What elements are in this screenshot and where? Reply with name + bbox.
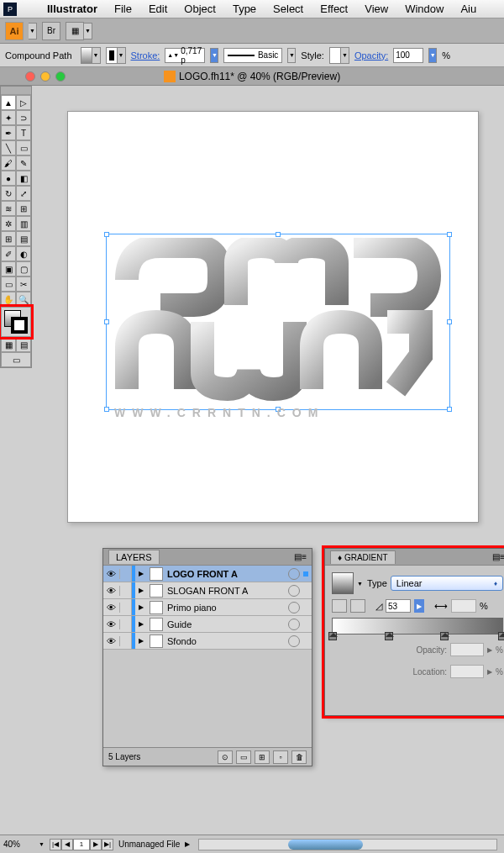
blob-brush-tool[interactable]: ● [1,171,16,186]
target-icon[interactable] [288,585,300,597]
gradient-stop[interactable] [440,632,449,640]
gradient-mode-button[interactable]: ▤ [16,337,31,352]
gradient-angle-input[interactable]: 53 [386,599,411,613]
layer-row[interactable]: 👁▶Sfondo [103,633,312,650]
zoom-tool[interactable]: 🔍 [16,292,31,307]
layers-tab[interactable]: LAYERS [108,550,160,564]
menu-window[interactable]: Window [396,3,452,15]
gradient-stroke-button[interactable] [350,599,365,613]
slice-tool[interactable]: ✂ [16,276,31,292]
target-icon[interactable] [288,619,300,630]
gradient-angle-dropdown[interactable]: ▶ [414,599,424,613]
menu-file[interactable]: File [106,3,140,15]
layer-row[interactable]: 👁▶Guide [103,616,312,633]
disclosure-triangle[interactable]: ▶ [135,637,147,645]
selection-handle[interactable] [276,232,281,237]
style-swatch[interactable]: ▼ [329,47,349,64]
opacity-link[interactable]: Opacity: [354,50,388,61]
layer-name[interactable]: Sfondo [165,636,288,646]
last-artboard-button[interactable]: ▶| [102,839,113,850]
gradient-aspect-input[interactable] [451,599,476,613]
gradient-preview-dropdown[interactable]: ▼ [357,581,364,587]
target-icon[interactable] [288,568,300,580]
stroke-swatch-button[interactable]: ▼ [106,47,126,64]
disclosure-triangle[interactable]: ▶ [135,603,147,611]
stroke-link[interactable]: Stroke: [131,50,160,61]
layer-name[interactable]: Primo piano [165,603,288,613]
live-paint-tool[interactable]: ▣ [1,261,16,276]
gradient-stop-opacity-input[interactable] [450,643,484,656]
paintbrush-tool[interactable]: 🖌 [1,155,16,171]
make-clipping-mask-button[interactable]: ▭ [236,750,251,764]
logo-artwork[interactable] [110,238,446,406]
layer-row[interactable]: 👁▶SLOGAN FRONT A [103,582,312,599]
selection-handle[interactable] [447,319,452,324]
visibility-toggle[interactable]: 👁 [103,603,120,613]
close-window-button[interactable] [25,71,35,82]
visibility-toggle[interactable]: 👁 [103,569,120,579]
menu-effect[interactable]: Effect [312,3,356,15]
gradient-tool[interactable]: ▤ [16,231,31,246]
artboard-number[interactable]: 1 [73,839,90,850]
location-dropdown-arrow[interactable]: ▶ [487,668,492,676]
gradient-preview-swatch[interactable] [332,572,354,594]
gradient-stop[interactable] [385,632,393,640]
line-tool[interactable]: ╲ [1,140,16,155]
selection-handle[interactable] [104,407,109,412]
target-icon[interactable] [288,635,300,647]
new-layer-button[interactable]: ▫ [273,750,288,764]
selection-bounding-box[interactable] [106,234,450,410]
lock-toggle[interactable] [120,616,132,632]
layer-name[interactable]: SLOGAN FRONT A [165,586,288,596]
brush-dropdown[interactable]: ▼ [287,48,296,63]
opacity-dropdown-arrow[interactable]: ▶ [487,646,492,654]
selection-handle[interactable] [447,407,452,412]
artboard[interactable]: WWW.CRRNTN.COM [67,111,479,523]
artboard-tool[interactable]: ▭ [1,276,16,292]
target-icon[interactable] [288,602,300,613]
type-tool[interactable]: T [16,125,31,140]
menu-select[interactable]: Select [265,3,312,15]
scrollbar-thumb[interactable] [288,840,362,850]
eyedropper-tool[interactable]: ✐ [1,246,16,261]
fill-swatch-button[interactable]: ▼ [81,47,101,64]
rectangle-tool[interactable]: ▭ [16,140,31,155]
minimize-window-button[interactable] [40,71,50,82]
lock-toggle[interactable] [120,566,132,582]
visibility-toggle[interactable]: 👁 [103,586,120,596]
bridge-button[interactable]: Br [42,22,60,40]
opacity-input[interactable]: 100 [393,48,423,63]
selection-tool[interactable]: ▲ [1,95,16,110]
stroke-weight-input[interactable]: ▲▼0,717 p [165,48,205,63]
pencil-tool[interactable]: ✎ [16,155,31,171]
panel-menu-icon[interactable]: ▤≡ [492,552,504,561]
layer-row[interactable]: 👁▶Primo piano [103,599,312,616]
pen-tool[interactable]: ✒ [1,125,16,140]
scale-tool[interactable]: ⤢ [16,186,31,201]
color-mode-button[interactable]: ▦ [1,337,16,352]
visibility-toggle[interactable]: 👁 [103,636,120,646]
hand-tool[interactable]: ✋ [1,292,16,307]
symbol-sprayer-tool[interactable]: ✲ [1,216,16,231]
blend-tool[interactable]: ◐ [16,246,31,261]
prev-artboard-button[interactable]: ◀ [61,839,73,850]
menu-view[interactable]: View [356,3,396,15]
gradient-type-select[interactable]: Linear♦ [391,576,503,591]
delete-layer-button[interactable]: 🗑 [291,750,307,764]
gradient-stop[interactable] [498,632,504,640]
panel-menu-icon[interactable]: ▤≡ [294,552,307,561]
lock-toggle[interactable] [120,633,132,649]
status-dropdown[interactable]: ▶ [185,840,190,848]
menu-object[interactable]: Object [176,3,224,15]
selection-handle[interactable] [447,232,452,237]
warp-tool[interactable]: ≋ [1,201,16,216]
appbar-dropdown-1[interactable]: ▼ [29,23,37,39]
zoom-level[interactable]: 40% [3,840,34,849]
lock-toggle[interactable] [120,599,132,615]
mesh-tool[interactable]: ⊞ [1,231,16,246]
layer-row[interactable]: 👁▶LOGO FRONT A [103,566,312,582]
gradient-stop[interactable] [328,632,337,640]
horizontal-scrollbar[interactable] [198,839,497,850]
layer-name[interactable]: LOGO FRONT A [165,569,288,579]
rotate-tool[interactable]: ↻ [1,186,16,201]
